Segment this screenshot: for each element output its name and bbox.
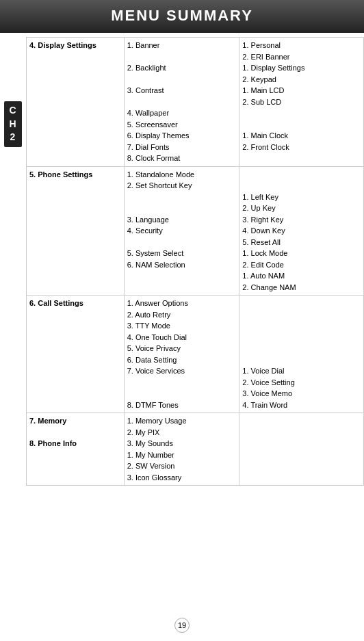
table-cell-0-0: 4. Display Settings bbox=[27, 38, 125, 167]
table-row: 4. Display Settings1. Banner2. Backlight… bbox=[27, 38, 364, 167]
sidebar: C H 2 bbox=[0, 33, 26, 612]
menu-table: 4. Display Settings1. Banner2. Backlight… bbox=[26, 37, 364, 486]
table-cell-2-2: 1. Voice Dial2. Voice Setting3. Voice Me… bbox=[239, 296, 364, 413]
page-footer: 19 bbox=[0, 612, 364, 641]
table-row: 6. Call Settings1. Answer Options2. Auto… bbox=[27, 296, 364, 413]
page-title: MENU SUMMARY bbox=[111, 7, 253, 24]
table-cell-3-1: 1. Memory Usage2. My PIX3. My Sounds1. M… bbox=[124, 413, 239, 486]
table-cell-1-0: 5. Phone Settings bbox=[27, 166, 125, 296]
table-row: 7. Memory8. Phone Info1. Memory Usage2. … bbox=[27, 413, 364, 486]
table-cell-2-0: 6. Call Settings bbox=[27, 296, 125, 413]
table-cell-2-1: 1. Answer Options2. Auto Retry3. TTY Mod… bbox=[124, 296, 239, 413]
page-wrapper: MENU SUMMARY C H 2 4. Display Settings1.… bbox=[0, 0, 364, 641]
table-cell-3-2 bbox=[239, 413, 364, 486]
page-number: 19 bbox=[174, 618, 190, 633]
table-cell-1-2: 1. Left Key2. Up Key3. Right Key4. Down … bbox=[239, 166, 364, 296]
chapter-label: C H 2 bbox=[4, 101, 22, 147]
table-row: 5. Phone Settings1. Standalone Mode2. Se… bbox=[27, 166, 364, 296]
table-cell-3-0: 7. Memory8. Phone Info bbox=[27, 413, 125, 486]
table-cell-0-1: 1. Banner2. Backlight3. Contrast4. Wallp… bbox=[124, 38, 239, 167]
page-header: MENU SUMMARY bbox=[0, 0, 364, 33]
table-cell-1-1: 1. Standalone Mode2. Set Shortcut Key3. … bbox=[124, 166, 239, 296]
table-cell-0-2: 1. Personal2. ERI Banner1. Display Setti… bbox=[239, 38, 364, 167]
table-wrapper: 4. Display Settings1. Banner2. Backlight… bbox=[26, 33, 364, 612]
content-area: C H 2 4. Display Settings1. Banner2. Bac… bbox=[0, 33, 364, 612]
